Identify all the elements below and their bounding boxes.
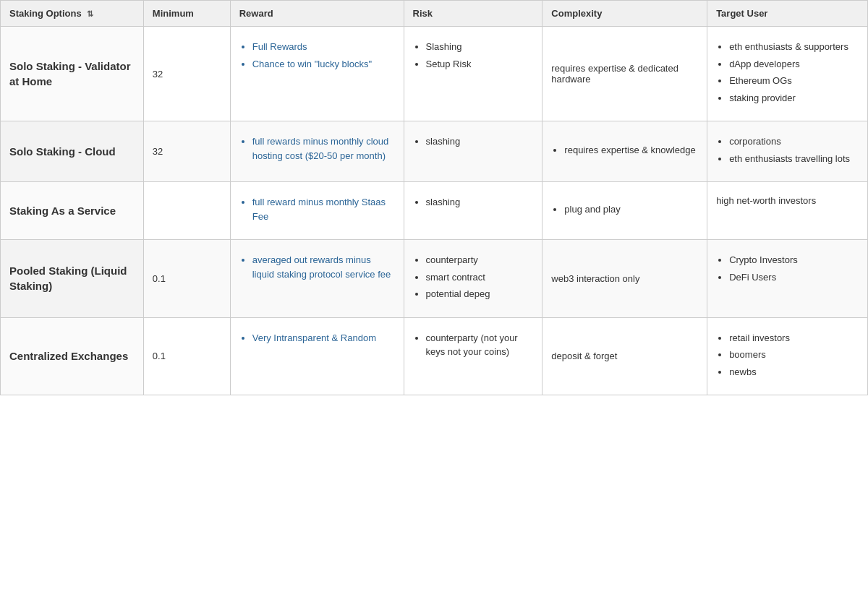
- risk-item: smart contract: [426, 270, 534, 285]
- cell-minimum: 32: [143, 27, 230, 121]
- cell-option-name: Pooled Staking (Liquid Staking): [1, 240, 144, 318]
- table-row: Pooled Staking (Liquid Staking)0.1averag…: [1, 240, 868, 318]
- table-row: Solo Staking - Cloud32full rewards minus…: [1, 121, 868, 182]
- target-user-item: corporations: [729, 134, 859, 149]
- target-user-item: dApp developers: [729, 57, 859, 72]
- risk-item: Slashing: [426, 40, 534, 54]
- cell-complexity: deposit & forget: [542, 317, 707, 395]
- target-user-item: Ethereum OGs: [729, 74, 859, 88]
- cell-complexity: requires expertise & knowledge: [542, 121, 707, 182]
- cell-option-name: Staking As a Service: [1, 182, 144, 240]
- cell-target-user: high net-worth investors: [707, 182, 868, 240]
- cell-target-user: retail investorsboomersnewbs: [707, 317, 868, 395]
- reward-item: Full Rewards: [252, 40, 395, 54]
- staking-comparison-table: Staking Options ⇅ Minimum Reward Risk Co…: [0, 0, 868, 395]
- header-staking-options[interactable]: Staking Options ⇅: [1, 1, 144, 27]
- cell-risk: counterparty (not your keys not your coi…: [404, 317, 542, 395]
- cell-target-user: eth enthusiasts & supportersdApp develop…: [707, 27, 868, 121]
- cell-risk: slashing: [404, 121, 542, 182]
- cell-reward: Full RewardsChance to win "lucky blocks": [230, 27, 404, 121]
- header-risk: Risk: [404, 1, 542, 27]
- risk-item: potential depeg: [426, 287, 534, 301]
- reward-item: averaged out rewards minus liquid stakin…: [252, 253, 395, 281]
- cell-risk: counterpartysmart contractpotential depe…: [404, 240, 542, 318]
- cell-target-user: Crypto InvestorsDeFi Users: [707, 240, 868, 318]
- risk-item: slashing: [426, 195, 534, 210]
- target-user-item: Crypto Investors: [729, 253, 859, 267]
- cell-option-name: Solo Staking - Cloud: [1, 121, 144, 182]
- cell-reward: averaged out rewards minus liquid stakin…: [230, 240, 404, 318]
- cell-risk: SlashingSetup Risk: [404, 27, 542, 121]
- header-target-user: Target User: [707, 1, 868, 27]
- table-row: Centralized Exchanges0.1Very Intranspare…: [1, 317, 868, 395]
- complexity-item: requires expertise & knowledge: [564, 143, 698, 158]
- target-user-item: retail investors: [729, 331, 859, 345]
- target-user-item: eth enthusiasts & supporters: [729, 40, 859, 54]
- cell-complexity: requires expertise & dedicated hardware: [542, 27, 707, 121]
- cell-reward: full reward minus monthly Staas Fee: [230, 182, 404, 240]
- target-user-item: eth enthusiasts travelling lots: [729, 152, 859, 166]
- risk-item: slashing: [426, 134, 534, 149]
- target-user-item: staking provider: [729, 91, 859, 106]
- cell-option-name: Solo Staking - Validator at Home: [1, 27, 144, 121]
- cell-minimum: 0.1: [143, 240, 230, 318]
- reward-item: full rewards minus monthly cloud hosting…: [252, 134, 395, 163]
- cell-risk: slashing: [404, 182, 542, 240]
- cell-complexity: plug and play: [542, 182, 707, 240]
- cell-minimum: 32: [143, 121, 230, 182]
- header-reward: Reward: [230, 1, 404, 27]
- target-user-item: DeFi Users: [729, 270, 859, 285]
- header-complexity: Complexity: [542, 1, 707, 27]
- cell-option-name: Centralized Exchanges: [1, 317, 144, 395]
- cell-minimum: 0.1: [143, 317, 230, 395]
- sort-icon: ⇅: [87, 9, 93, 19]
- header-minimum: Minimum: [143, 1, 230, 27]
- risk-item: counterparty (not your keys not your coi…: [426, 331, 534, 359]
- table-row: Solo Staking - Validator at Home32Full R…: [1, 27, 868, 121]
- cell-complexity: web3 interaction only: [542, 240, 707, 318]
- table-header-row: Staking Options ⇅ Minimum Reward Risk Co…: [1, 1, 868, 27]
- target-user-item: boomers: [729, 348, 859, 362]
- risk-item: Setup Risk: [426, 57, 534, 72]
- header-staking-options-label: Staking Options: [9, 8, 82, 19]
- cell-reward: Very Intransparent & Random: [230, 317, 404, 395]
- reward-item: full reward minus monthly Staas Fee: [252, 195, 395, 223]
- risk-item: counterparty: [426, 253, 534, 267]
- reward-item: Very Intransparent & Random: [252, 331, 395, 345]
- table-row: Staking As a Servicefull reward minus mo…: [1, 182, 868, 240]
- cell-target-user: corporationseth enthusiasts travelling l…: [707, 121, 868, 182]
- target-user-item: newbs: [729, 365, 859, 379]
- complexity-item: plug and play: [564, 202, 698, 217]
- reward-item: Chance to win "lucky blocks": [252, 57, 395, 72]
- cell-reward: full rewards minus monthly cloud hosting…: [230, 121, 404, 182]
- cell-minimum: [143, 182, 230, 240]
